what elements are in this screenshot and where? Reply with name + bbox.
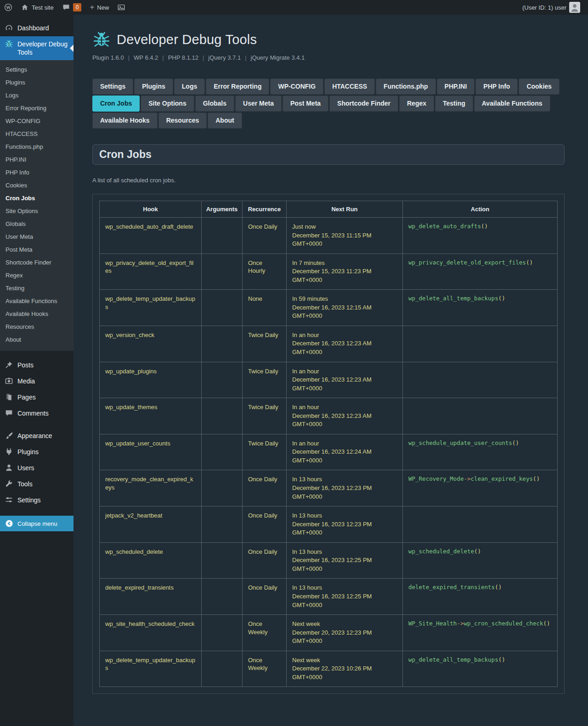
sidebar-subitem-regex[interactable]: Regex [0,269,74,282]
tab-error-reporting[interactable]: Error Reporting [206,79,269,95]
cell-hook: wp_privacy_delete_old_export_files [100,253,202,290]
next-run-relative: In 13 hours [292,584,397,592]
next-run-relative: In 7 minutes [292,259,397,267]
site-name-menu[interactable]: Test site [17,0,58,15]
sidebar-subitem-cron-jobs[interactable]: Cron Jobs [0,192,74,205]
action-part: delete_expired_transients [408,584,495,591]
cell-action: wp_scheduled_delete() [403,542,558,579]
sidebar-subitem-resources[interactable]: Resources [0,321,74,333]
sidebar-item-posts[interactable]: Posts [0,357,74,373]
table-row: jetpack_v2_heartbeatOnce DailyIn 13 hour… [100,507,558,543]
sidebar-item-settings[interactable]: Settings [0,492,74,508]
meta-item: Plugin 1.6.0 [92,54,124,61]
appearance-icon [5,431,14,440]
tab-post-meta[interactable]: Post Meta [283,96,328,112]
sidebar-item-label: Appearance [17,432,52,440]
tab-testing[interactable]: Testing [435,96,473,112]
site-name: Test site [32,4,54,11]
home-icon [21,3,29,11]
cron-table-container: HookArgumentsRecurrenceNext RunAction wp… [92,194,565,694]
tab-about[interactable]: About [208,113,242,129]
sidebar-subitem-user-meta[interactable]: User Meta [0,231,74,243]
column-header-recurrence: Recurrence [243,201,287,218]
tab-php-info[interactable]: PHP Info [475,79,518,95]
cell-arguments [202,253,243,290]
sidebar-subitem-post-meta[interactable]: Post Meta [0,243,74,256]
next-run-datetime: December 15, 2023 11:15 PM [292,231,397,240]
section-title: Cron Jobs [99,148,558,161]
sidebar-item-tools[interactable]: Tools [0,476,74,492]
cell-hook: wp_update_themes [100,398,202,434]
tab-functions-php[interactable]: Functions.php [376,79,435,95]
sidebar-subitem-logs[interactable]: Logs [0,89,74,102]
sidebar-item-plugins[interactable]: Plugins [0,444,74,460]
page-layout: DashboardDeveloper Debug ToolsSettingsPl… [0,15,588,726]
sidebar-item-media[interactable]: Media [0,373,74,389]
table-row: wp_version_checkTwice DailyIn an hourDec… [100,326,558,362]
tab-plugins[interactable]: Plugins [134,79,173,95]
sidebar-subitem-php-ini[interactable]: PHP.INI [0,153,74,166]
comments-menu[interactable]: 0 [58,0,86,15]
media-shortcut-menu[interactable] [113,0,130,15]
sidebar-item-users[interactable]: Users [0,460,74,476]
sidebar-item-pages[interactable]: Pages [0,389,74,405]
next-run-timezone: GMT+0000 [292,673,397,681]
sidebar-subitem-shortcode-finder[interactable]: Shortcode Finder [0,256,74,269]
next-run-datetime: December 16, 2023 12:23 AM [292,412,397,420]
tab-globals[interactable]: Globals [195,96,234,112]
avatar [569,2,580,13]
action-part: wp_scheduled_delete [408,548,474,555]
tab-user-meta[interactable]: User Meta [235,96,282,112]
comments-bubble-icon [62,3,70,11]
action-part: () [543,620,550,627]
sidebar-subitem-htaccess[interactable]: HTACCESS [0,128,74,141]
tab-available-hooks[interactable]: Available Hooks [92,113,158,129]
sidebar-item-developer-debug-tools[interactable]: Developer Debug Tools [0,36,74,60]
next-run-timezone: GMT+0000 [292,456,397,465]
sidebar-subitem-plugins[interactable]: Plugins [0,76,74,89]
meta-item: WP 6.4.2 [134,54,158,61]
new-content-menu[interactable]: + New [85,0,113,15]
sidebar-subitem-about[interactable]: About [0,333,74,346]
sidebar-subitem-globals[interactable]: Globals [0,218,74,231]
section-header-panel: Cron Jobs [92,144,565,165]
sidebar-item-label: Dashboard [17,24,49,32]
cell-recurrence: Once Daily [243,579,287,615]
next-run-timezone: GMT+0000 [292,493,397,501]
sidebar-subitem-site-options[interactable]: Site Options [0,205,74,218]
tab-php-ini[interactable]: PHP.INI [437,79,475,95]
sidebar-subitem-settings[interactable]: Settings [0,63,74,76]
tab-shortcode-finder[interactable]: Shortcode Finder [329,96,398,112]
sidebar-subitem-available-hooks[interactable]: Available Hooks [0,308,74,321]
action-part: wp_schedule_update_user_counts [408,439,512,446]
next-run-relative: Next week [292,656,397,664]
sidebar-subitem-cookies[interactable]: Cookies [0,179,74,192]
tab-settings[interactable]: Settings [92,79,133,95]
tab-site-options[interactable]: Site Options [141,96,194,112]
sidebar-subitem-functions-php[interactable]: Functions.php [0,141,74,153]
sidebar-item-comments[interactable]: Comments [0,405,74,422]
tab-logs[interactable]: Logs [174,79,205,95]
sidebar-subitem-error-reporting[interactable]: Error Reporting [0,102,74,115]
tab-cron-jobs[interactable]: Cron Jobs [92,96,140,112]
my-account-menu[interactable]: (User ID: 1) user [518,2,584,13]
wp-logo-menu[interactable] [0,0,17,15]
sidebar-subitem-php-info[interactable]: PHP Info [0,166,74,179]
next-run-datetime: December 16, 2023 12:23 PM [292,484,397,492]
sidebar-subitem-available-functions[interactable]: Available Functions [0,295,74,308]
cell-recurrence: Once Daily [243,542,287,579]
tab-cookies[interactable]: Cookies [519,79,559,95]
sidebar-subitem-testing[interactable]: Testing [0,282,74,295]
sidebar-item-dashboard[interactable]: Dashboard [0,20,74,36]
cell-arguments [202,542,243,579]
tab-regex[interactable]: Regex [399,96,434,112]
collapse-menu-button[interactable]: Collapse menu [0,516,74,531]
action-part: wp_delete_all_temp_backups [408,656,498,663]
tab-wp-config[interactable]: WP-CONFIG [270,79,323,95]
tab-resources[interactable]: Resources [158,113,207,129]
tab-htaccess[interactable]: HTACCESS [324,79,375,95]
sidebar-item-appearance[interactable]: Appearance [0,428,74,444]
tab-available-functions[interactable]: Available Functions [474,96,550,112]
sidebar-subitem-wp-config[interactable]: WP-CONFIG [0,115,74,128]
next-run-relative: In an hour [292,331,397,339]
